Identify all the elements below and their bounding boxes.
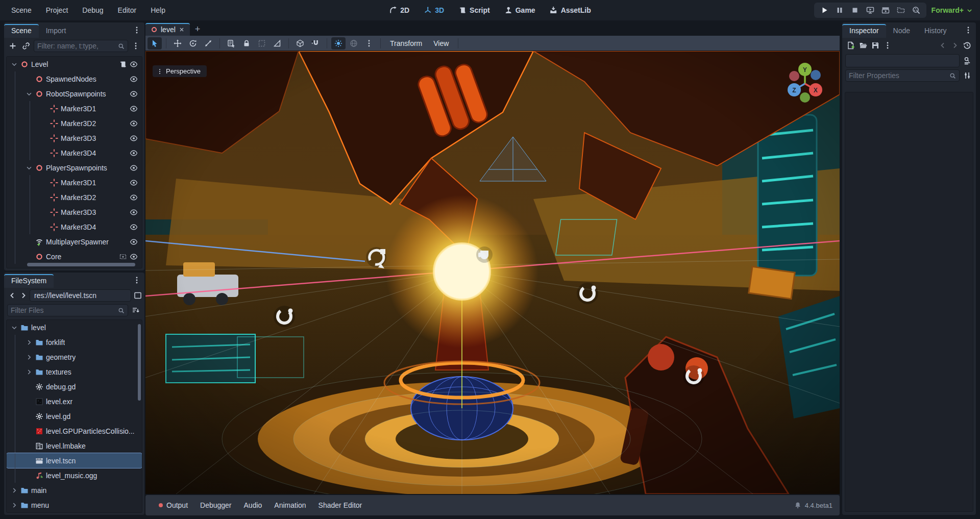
viewport-3d-scene[interactable] — [145, 51, 840, 494]
file-item[interactable]: main — [7, 483, 142, 498]
open-docs-button[interactable] — [962, 55, 973, 66]
view-menu[interactable]: View — [428, 37, 454, 50]
bell-icon[interactable] — [794, 502, 801, 509]
tree-item[interactable]: Marker3D2 — [7, 116, 142, 131]
stop-button[interactable] — [848, 4, 862, 16]
tree-item[interactable]: SpawnedNodes — [7, 71, 142, 86]
tree-item[interactable]: PlayerSpawnpoints — [7, 160, 142, 175]
inspector-dock-menu-button[interactable] — [963, 24, 974, 36]
play-custom-scene-button[interactable] — [894, 4, 908, 16]
eye-icon[interactable] — [130, 208, 138, 216]
eye-icon[interactable] — [130, 179, 138, 187]
preview-environment-button[interactable] — [347, 37, 361, 50]
tree-item[interactable]: Marker3D4 — [7, 219, 142, 234]
history-back-button[interactable] — [937, 40, 948, 51]
tree-item[interactable]: Core — [7, 249, 142, 264]
close-icon[interactable] — [179, 27, 185, 33]
use-snap-button[interactable] — [308, 37, 323, 50]
file-item[interactable]: level.exr — [7, 394, 142, 409]
script-icon[interactable] — [119, 60, 127, 68]
bottom-tab-output[interactable]: Output — [153, 498, 194, 512]
file-item[interactable]: menu — [7, 498, 142, 512]
resource-path-field[interactable] — [30, 289, 131, 302]
file-item[interactable]: level.gd — [7, 409, 142, 424]
snap-mode-button[interactable] — [293, 37, 307, 50]
resource-extra-menu-button[interactable] — [882, 40, 893, 51]
scene-tab-level[interactable]: level — [145, 23, 190, 36]
menubar-item-help[interactable]: Help — [144, 4, 172, 17]
lock-node-button[interactable] — [239, 37, 254, 50]
rotate-tool-button[interactable] — [186, 37, 200, 50]
tree-item[interactable]: Level — [7, 57, 142, 71]
chevron-right-icon[interactable] — [11, 487, 18, 494]
tab-filesystem[interactable]: FileSystem — [4, 274, 54, 288]
bottom-tab-shader-editor[interactable]: Shader Editor — [312, 498, 369, 512]
tree-item[interactable]: MultiplayerSpawner — [7, 234, 142, 249]
eye-icon[interactable] — [130, 238, 138, 246]
bottom-tab-debugger[interactable]: Debugger — [194, 498, 238, 512]
tab-inspector[interactable]: Inspector — [842, 24, 886, 38]
scene-filter-input[interactable] — [37, 42, 118, 50]
move-tool-button[interactable] — [170, 37, 185, 50]
chevron-down-icon[interactable] — [26, 90, 33, 97]
select-tool-button[interactable] — [148, 37, 162, 50]
tree-item[interactable]: Marker3D3 — [7, 131, 142, 145]
filesystem-vscrollbar[interactable] — [138, 324, 141, 401]
eye-icon[interactable] — [130, 90, 138, 98]
tab-scene[interactable]: Scene — [4, 24, 39, 38]
eye-icon[interactable] — [130, 60, 138, 68]
menubar-item-editor[interactable]: Editor — [112, 4, 143, 17]
filesystem-dock-menu-button[interactable] — [131, 275, 142, 286]
history-forward-button[interactable] — [949, 40, 961, 51]
file-item[interactable]: level.tscn — [7, 453, 142, 468]
bottom-tab-audio[interactable]: Audio — [238, 498, 268, 512]
ruler-mode-button[interactable] — [270, 37, 284, 50]
menubar-item-project[interactable]: Project — [40, 4, 75, 17]
chevron-down-icon[interactable] — [11, 324, 18, 331]
workspace-script[interactable]: Script — [453, 4, 495, 17]
instance-icon[interactable] — [119, 253, 127, 261]
new-scene-tab-button[interactable]: + — [190, 23, 206, 36]
object-history-button[interactable] — [962, 40, 973, 51]
eye-icon[interactable] — [130, 223, 138, 231]
instance-scene-button[interactable] — [20, 40, 32, 52]
property-filter-input[interactable] — [849, 71, 949, 80]
list-select-button[interactable] — [224, 37, 238, 50]
bottom-tab-animation[interactable]: Animation — [268, 498, 312, 512]
nav-back-button[interactable] — [7, 290, 17, 301]
eye-icon[interactable] — [130, 105, 138, 113]
file-sort-button[interactable] — [130, 305, 141, 316]
pause-button[interactable] — [832, 4, 847, 16]
workspace-assetlib[interactable]: AssetLib — [545, 4, 596, 17]
load-resource-button[interactable] — [857, 40, 869, 51]
viewport-3d[interactable]: Perspective Y Z X — [145, 51, 840, 494]
eye-icon[interactable] — [130, 193, 138, 202]
chevron-right-icon[interactable] — [26, 368, 33, 376]
file-item[interactable]: level.lmbake — [7, 438, 142, 453]
renderer-select[interactable]: Forward+ — [932, 6, 973, 14]
tab-history[interactable]: History — [917, 24, 954, 38]
tree-item[interactable]: Marker3D2 — [7, 190, 142, 205]
chevron-right-icon[interactable] — [26, 339, 33, 346]
tree-item[interactable]: Marker3D1 — [7, 101, 142, 116]
scale-tool-button[interactable] — [201, 37, 215, 50]
preview-sun-button[interactable] — [331, 37, 346, 50]
chevron-down-icon[interactable] — [11, 61, 18, 68]
file-item[interactable]: level — [7, 320, 142, 335]
movie-maker-button[interactable] — [909, 4, 923, 16]
tree-item[interactable]: RobotSpawnpoints — [7, 86, 142, 101]
tree-item[interactable]: Marker3D4 — [7, 145, 142, 160]
workspace-3d[interactable]: 3D — [419, 4, 449, 17]
scene-dock-menu-button[interactable] — [131, 24, 142, 36]
scene-tree-hscrollbar[interactable] — [27, 263, 135, 266]
view-axis-gizmo[interactable]: Y Z X — [780, 58, 829, 107]
add-node-button[interactable] — [7, 40, 18, 52]
tree-item[interactable]: Marker3D1 — [7, 175, 142, 190]
play-scene-button[interactable] — [878, 4, 893, 16]
file-item[interactable]: textures — [7, 364, 142, 379]
eye-icon[interactable] — [130, 164, 138, 172]
play-button[interactable] — [817, 4, 831, 16]
file-item[interactable]: level_music.ogg — [7, 468, 142, 483]
chevron-right-icon[interactable] — [26, 354, 33, 361]
file-item[interactable]: geometry — [7, 350, 142, 364]
